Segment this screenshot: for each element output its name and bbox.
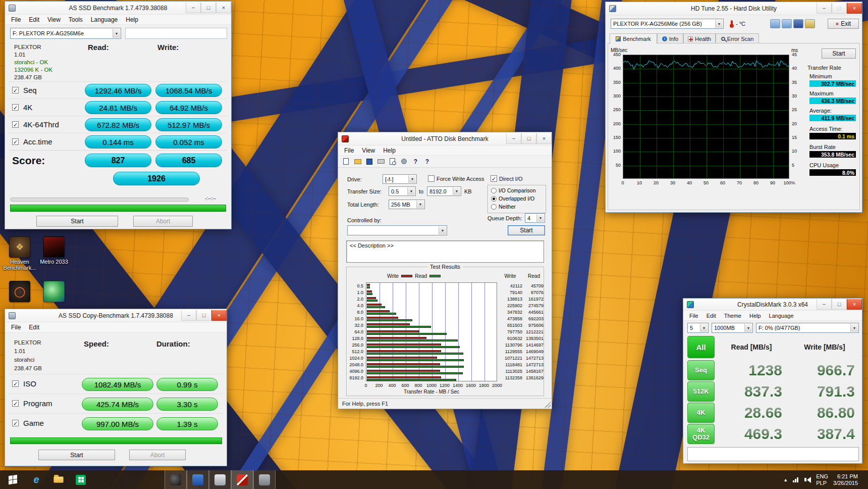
start-button[interactable]: Start xyxy=(822,48,856,59)
seq-checkbox[interactable]: ✓ xyxy=(12,87,19,93)
close-button[interactable]: × xyxy=(536,133,552,144)
taskbar-app1-icon[interactable] xyxy=(165,470,187,489)
taskbar-app3-icon[interactable] xyxy=(209,470,231,489)
test-size-select[interactable]: 1000MB ▾ xyxy=(712,323,753,333)
desktop-icon-game[interactable] xyxy=(37,281,71,303)
menu-help[interactable]: Help xyxy=(745,312,765,320)
start-button[interactable]: Start xyxy=(508,225,545,235)
maximize-button[interactable]: □ xyxy=(521,133,536,144)
menu-language[interactable]: Language xyxy=(87,15,122,24)
acctime-checkbox[interactable]: ✓ xyxy=(12,138,19,145)
close-button[interactable]: × xyxy=(216,3,231,13)
exit-button[interactable]: × Exit xyxy=(828,19,859,29)
menu-help[interactable]: Help xyxy=(379,146,400,155)
options-icon[interactable] xyxy=(805,19,815,28)
title-bar[interactable]: CrystalDiskMark 3.0.3 x64 − □ × xyxy=(683,299,862,311)
drive-select[interactable]: PLEXTOR PX-AG256M6e (256 GB) ▾ xyxy=(611,19,724,29)
overlapped-io-radio[interactable] xyxy=(491,196,497,202)
target-drive-select[interactable]: F: 0% (0/477GB) ▾ xyxy=(756,323,859,333)
controlled-by-select[interactable]: ▾ xyxy=(347,225,447,235)
menu-language[interactable]: Language xyxy=(765,312,798,320)
run-seq-button[interactable]: Seq xyxy=(687,360,715,380)
minimize-button[interactable]: − xyxy=(817,3,832,14)
taskbar-app4-icon[interactable] xyxy=(253,470,276,489)
print-icon[interactable] xyxy=(375,157,387,167)
save-screenshot-icon[interactable] xyxy=(793,19,803,28)
transfer-size-from-select[interactable]: 0.5 ▾ xyxy=(389,186,416,196)
tab-health[interactable]: Health xyxy=(683,33,716,43)
desktop-icon-origin[interactable]: ◯ xyxy=(3,281,36,303)
game-checkbox[interactable]: ✓ xyxy=(12,420,19,426)
drive-select[interactable]: F: PLEXTOR PX-AG256M6e ▾ xyxy=(10,28,121,39)
close-button[interactable]: × xyxy=(847,299,862,310)
copy-text-icon[interactable] xyxy=(782,19,792,28)
run-4k-button[interactable]: 4K xyxy=(687,403,715,423)
taskbar-ie-icon[interactable]: e xyxy=(25,470,47,489)
taskbar-store-icon[interactable] xyxy=(70,470,92,489)
menu-tools[interactable]: Tools xyxy=(65,15,87,24)
neither-option[interactable]: Neither xyxy=(491,204,516,210)
4k64-checkbox[interactable]: ✓ xyxy=(12,121,19,128)
minimize-button[interactable]: − xyxy=(186,3,201,13)
minimize-button[interactable]: − xyxy=(181,310,196,321)
program-checkbox[interactable]: ✓ xyxy=(12,400,19,407)
description-box[interactable]: << Description >> xyxy=(346,240,544,263)
desktop-icon-heaven-benchmark[interactable]: ❖ Heaven Benchmark... xyxy=(3,236,36,271)
volume-icon[interactable] xyxy=(804,477,811,483)
language-indicator[interactable]: ENG PLP xyxy=(816,473,828,486)
maximize-button[interactable]: □ xyxy=(832,3,847,14)
taskbar-atto-icon[interactable] xyxy=(231,470,253,489)
open-file-icon[interactable] xyxy=(352,157,363,167)
close-button[interactable]: × xyxy=(211,310,227,321)
title-bar[interactable]: HD Tune 2.55 - Hard Disk Utility − □ × xyxy=(606,2,862,15)
menu-theme[interactable]: Theme xyxy=(720,312,745,320)
direct-io-checkbox[interactable]: ✓ xyxy=(491,175,497,182)
transfer-size-to-select[interactable]: 8192.0 ▾ xyxy=(427,186,461,196)
overlapped-io-option[interactable]: Overlapped I/O xyxy=(491,195,534,202)
clock[interactable]: 6:21 PM 3/26/2015 xyxy=(833,473,858,486)
neither-radio[interactable] xyxy=(491,204,497,210)
menu-edit[interactable]: Edit xyxy=(702,312,720,320)
maximize-button[interactable]: □ xyxy=(201,3,216,13)
force-write-access-checkbox[interactable] xyxy=(428,175,435,182)
network-icon[interactable] xyxy=(793,477,799,482)
abort-button[interactable]: Abort xyxy=(133,216,193,227)
run-512k-button[interactable]: 512K xyxy=(687,381,715,402)
run-all-button[interactable]: All xyxy=(687,336,715,358)
io-comparison-radio[interactable] xyxy=(491,188,497,193)
menu-file[interactable]: File xyxy=(340,146,358,155)
title-bar[interactable]: AS SSD Benchmark 1.7.4739.38088 − □ × xyxy=(5,2,231,15)
menu-file[interactable]: File xyxy=(7,323,25,332)
menu-edit[interactable]: Edit xyxy=(25,15,43,24)
settings-icon[interactable] xyxy=(398,157,410,167)
queue-depth-select[interactable]: 4 ▾ xyxy=(525,213,545,223)
menu-view[interactable]: View xyxy=(43,15,65,24)
minimize-button[interactable]: − xyxy=(506,133,521,144)
4k-checkbox[interactable]: ✓ xyxy=(12,104,19,111)
start-button[interactable]: Start xyxy=(38,450,115,460)
tab-info[interactable]: i Info xyxy=(657,33,683,43)
tray-expand-icon[interactable]: ▲ xyxy=(783,477,788,482)
menu-edit[interactable]: Edit xyxy=(25,323,43,332)
menu-file[interactable]: File xyxy=(685,312,702,320)
title-bar[interactable]: Untitled - ATTO Disk Benchmark − □ × xyxy=(338,132,552,145)
drive-select[interactable]: [-f-] ▾ xyxy=(383,174,417,184)
iso-checkbox[interactable]: ✓ xyxy=(12,380,19,387)
comment-field[interactable] xyxy=(687,447,859,461)
tab-benchmark[interactable]: Benchmark xyxy=(610,33,657,44)
menu-help[interactable]: Help xyxy=(122,15,142,24)
print-preview-icon[interactable] xyxy=(387,157,398,167)
taskbar-explorer-icon[interactable] xyxy=(47,470,70,489)
new-file-icon[interactable] xyxy=(340,157,352,167)
desktop-icon-metro-2033[interactable]: Metro 2033 xyxy=(37,236,71,265)
copy-screenshot-icon[interactable] xyxy=(770,19,780,28)
taskbar-app2-icon[interactable] xyxy=(187,470,209,489)
close-button[interactable]: × xyxy=(847,3,862,14)
io-comparison-option[interactable]: I/O Comparison xyxy=(491,187,536,193)
start-button[interactable]: Start xyxy=(36,216,118,227)
resize-grip[interactable] xyxy=(545,402,551,408)
menu-view[interactable]: View xyxy=(358,146,379,155)
run-4kqd32-button[interactable]: 4K QD32 xyxy=(687,424,715,444)
menu-file[interactable]: File xyxy=(7,15,25,24)
maximize-button[interactable]: □ xyxy=(196,310,211,321)
